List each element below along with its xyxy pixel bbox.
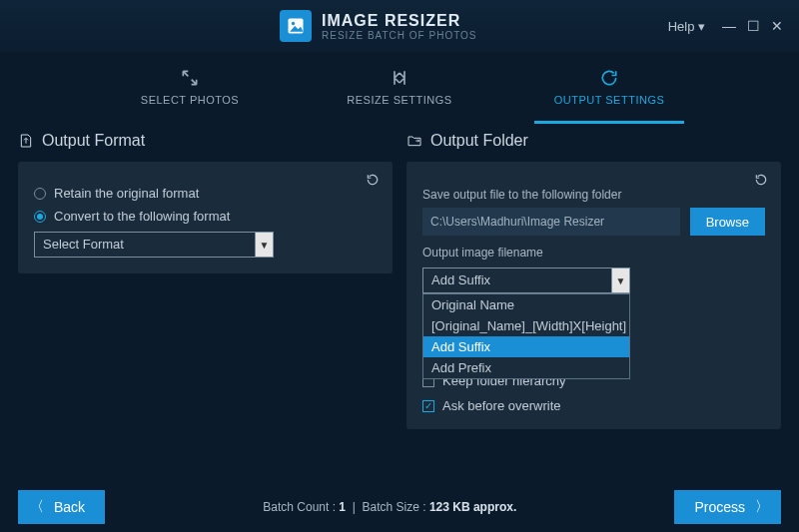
expand-icon — [180, 68, 200, 88]
output-format-header: Output Format — [18, 132, 393, 150]
format-select-toggle[interactable]: ▼ — [256, 232, 274, 258]
undo-icon — [366, 173, 380, 187]
filename-option[interactable]: Add Suffix — [423, 336, 629, 357]
save-folder-label: Save output file to the following folder — [422, 188, 765, 202]
chevron-left-icon: 〈 — [30, 498, 44, 516]
tab-select-photos[interactable]: SELECT PHOTOS — [115, 52, 265, 124]
svg-point-1 — [292, 22, 295, 25]
radio-icon — [34, 188, 46, 200]
filename-dropdown: Original Name [Original_Name]_[Width]X[H… — [422, 293, 630, 379]
tab-bar: SELECT PHOTOS RESIZE SETTINGS OUTPUT SET… — [0, 52, 799, 124]
filename-option[interactable]: Original Name — [423, 294, 629, 315]
title-bar: IMAGE RESIZER RESIZE BATCH OF PHOTOS Hel… — [0, 0, 799, 52]
close-button[interactable]: ✕ — [765, 18, 789, 34]
reset-folder-button[interactable] — [751, 170, 771, 190]
checkbox-icon: ✓ — [422, 400, 434, 412]
reset-format-button[interactable] — [363, 170, 383, 190]
tab-resize-settings[interactable]: RESIZE SETTINGS — [325, 52, 474, 124]
output-path-input[interactable] — [422, 208, 680, 236]
app-logo — [280, 10, 312, 42]
tab-output-settings[interactable]: OUTPUT SETTINGS — [534, 52, 684, 124]
checkbox-ask-overwrite[interactable]: ✓ Ask before overwrite — [422, 398, 765, 413]
filename-label: Output image filename — [422, 246, 765, 260]
resize-icon — [390, 68, 409, 88]
app-subtitle: RESIZE BATCH OF PHOTOS — [322, 30, 477, 41]
help-menu[interactable]: Help ▾ — [668, 19, 705, 34]
filename-select-toggle[interactable]: ▼ — [612, 267, 630, 293]
export-icon — [18, 133, 34, 149]
filename-select[interactable]: Add Suffix — [422, 267, 612, 293]
undo-icon — [754, 173, 768, 187]
radio-convert-format[interactable]: Convert to the following format — [34, 209, 377, 224]
minimize-button[interactable]: — — [717, 18, 741, 34]
app-title-block: IMAGE RESIZER RESIZE BATCH OF PHOTOS — [322, 12, 477, 41]
filename-option[interactable]: [Original_Name]_[Width]X[Height] — [423, 315, 629, 336]
folder-export-icon — [406, 133, 422, 149]
refresh-icon — [599, 68, 619, 88]
radio-retain-format[interactable]: Retain the original format — [34, 186, 377, 201]
format-select[interactable]: Select Format — [34, 232, 256, 258]
output-folder-panel: Save output file to the following folder… — [406, 162, 781, 429]
footer-bar: 〈 Back Batch Count : 1 | Batch Size : 12… — [0, 482, 799, 532]
app-title: IMAGE RESIZER — [322, 12, 477, 30]
output-folder-header: Output Folder — [406, 132, 781, 150]
batch-status: Batch Count : 1 | Batch Size : 123 KB ap… — [105, 500, 674, 514]
chevron-right-icon: 〉 — [755, 498, 769, 516]
maximize-button[interactable]: ☐ — [741, 18, 765, 34]
browse-button[interactable]: Browse — [690, 208, 765, 236]
output-format-panel: Retain the original format Convert to th… — [18, 162, 393, 273]
back-button[interactable]: 〈 Back — [18, 490, 105, 524]
process-button[interactable]: Process 〉 — [674, 490, 781, 524]
radio-icon — [34, 211, 46, 223]
filename-option[interactable]: Add Prefix — [423, 357, 629, 378]
